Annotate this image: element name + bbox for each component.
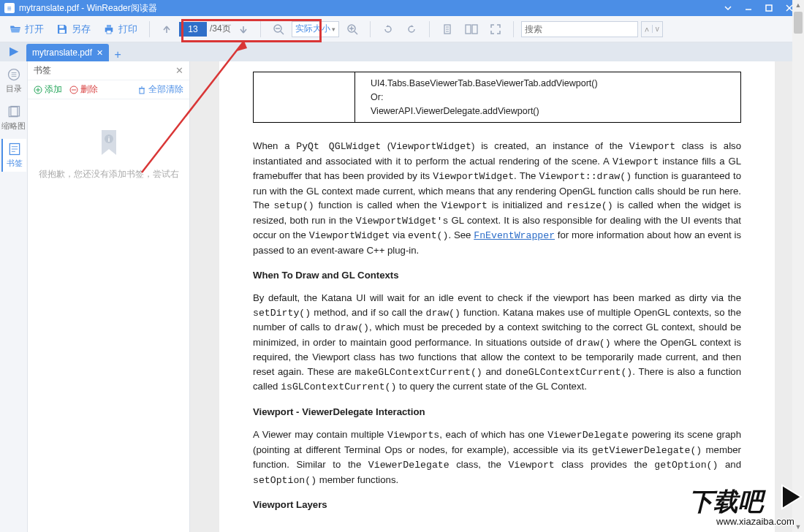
bookmark-clear-all-button[interactable]: 全部清除 — [137, 83, 183, 96]
page-total: /34页 — [210, 23, 231, 35]
app-icon: ≡ — [4, 3, 15, 13]
paragraph: When a PyQt QGLWidget (ViewportWidget) i… — [253, 139, 741, 257]
rotate-right-icon — [406, 23, 417, 35]
document-tab[interactable]: mytranslate.pdf ✕ — [26, 44, 109, 61]
panel-actions: 添加 删除 全部清除 — [28, 80, 189, 99]
svg-rect-5 — [59, 29, 65, 33]
bookmark-delete-button[interactable]: 删除 — [69, 83, 98, 96]
bookmark-icon — [7, 142, 22, 156]
svg-rect-20 — [466, 25, 471, 34]
window-scrollbar[interactable]: ▲ ▼ — [792, 0, 804, 532]
svg-rect-7 — [107, 25, 111, 28]
tab-close-button[interactable]: ✕ — [96, 48, 103, 58]
page-nav: /34页 — [157, 22, 253, 37]
print-button[interactable]: 打印 — [98, 20, 142, 38]
scroll-up-button[interactable]: ▲ — [792, 0, 804, 10]
document-viewport[interactable]: UI4.Tabs.BaseViewerTab.BaseViewerTab.add… — [190, 61, 804, 532]
svg-rect-30 — [9, 107, 18, 116]
tab-label: mytranslate.pdf — [32, 48, 92, 58]
pdf-page: UI4.Tabs.BaseViewerTab.BaseViewerTab.add… — [219, 61, 775, 532]
svg-rect-1 — [766, 5, 772, 11]
panel-empty-state: i 很抱歉，您还没有添加书签，尝试右 — [28, 99, 189, 532]
svg-text:i: i — [107, 136, 110, 143]
svg-rect-4 — [59, 25, 64, 28]
rotate-left-icon — [382, 23, 394, 35]
bookmark-label: 书签 — [7, 158, 23, 169]
thumbnails-icon — [7, 104, 21, 119]
heading: Viewport - ViewerDelegate Interaction — [253, 405, 741, 419]
zoom-in-button[interactable] — [342, 21, 363, 37]
next-page-button[interactable] — [234, 22, 253, 37]
zoom-out-icon — [273, 23, 284, 35]
save-as-button[interactable]: 另存 — [51, 20, 95, 38]
two-page-button[interactable] — [460, 21, 482, 37]
dropdown-button[interactable] — [718, 0, 738, 16]
search-prev-button[interactable]: ʌ — [642, 25, 653, 33]
svg-rect-8 — [107, 30, 111, 34]
add-tab-button[interactable]: + — [109, 48, 126, 61]
sidebar-item-bookmarks[interactable]: 书签 — [1, 139, 26, 172]
search-next-button[interactable]: v — [653, 25, 662, 33]
code-line: ViewerAPI.ViewerDelegate.addViewport() — [371, 104, 733, 118]
arrow-down-icon — [238, 24, 249, 34]
maximize-button[interactable] — [759, 0, 779, 16]
single-page-button[interactable] — [437, 21, 458, 37]
sidebar-toggle-button[interactable]: ▶ — [7, 44, 20, 57]
divider — [513, 21, 514, 37]
svg-rect-31 — [10, 107, 19, 116]
minus-circle-icon — [69, 86, 78, 94]
sidebar-item-toc[interactable]: 目录 — [1, 64, 26, 97]
svg-rect-21 — [472, 25, 477, 34]
zoom-out-button[interactable] — [268, 21, 289, 37]
rotate-right-button[interactable] — [401, 21, 422, 37]
thumb-label: 缩略图 — [1, 121, 26, 132]
trash-icon — [137, 86, 146, 94]
saveas-label: 另存 — [72, 23, 91, 36]
zoom-select[interactable]: 实际大小▾ — [292, 21, 339, 37]
print-label: 打印 — [118, 23, 137, 36]
main-area: ▶ 目录 缩略图 书签 书签 ✕ 添加 删除 — [0, 61, 804, 532]
empty-message: 很抱歉，您还没有添加书签，尝试右 — [31, 168, 186, 180]
code-line: UI4.Tabs.BaseViewerTab.BaseViewerTab.add… — [371, 77, 733, 91]
divider — [149, 21, 150, 37]
single-page-icon — [441, 23, 453, 35]
bookmark-ghost-icon: i — [98, 129, 120, 158]
fullscreen-icon — [490, 23, 501, 35]
open-button[interactable]: 打开 — [4, 20, 48, 38]
divider — [370, 21, 371, 37]
panel-header: 书签 ✕ — [28, 61, 189, 80]
sidebar-iconbar: ▶ 目录 缩略图 书签 — [0, 61, 28, 532]
paragraph: A Viewer may contain multiple Viewports,… — [253, 428, 741, 487]
bookmarks-panel: 书签 ✕ 添加 删除 全部清除 i 很抱歉，您还没有添加书签，尝试右 — [28, 61, 190, 532]
divider — [429, 21, 430, 37]
toc-label: 目录 — [6, 83, 22, 94]
link-fneventwrapper[interactable]: FnEventWrapper — [474, 229, 555, 240]
heading: Viewport Layers — [253, 498, 741, 512]
print-icon — [102, 23, 115, 36]
delete-label: 删除 — [80, 83, 98, 96]
page-input[interactable] — [179, 22, 207, 37]
open-label: 打开 — [25, 23, 44, 36]
scroll-thumb[interactable] — [794, 12, 803, 34]
bookmark-add-button[interactable]: 添加 — [34, 83, 62, 96]
fullscreen-button[interactable] — [485, 21, 506, 37]
two-page-icon — [465, 23, 478, 35]
window-title: mytranslate.pdf - WinReader阅读器 — [19, 2, 157, 15]
arrow-up-icon — [162, 24, 172, 34]
document-tabbar: mytranslate.pdf ✕ + — [0, 42, 804, 61]
svg-line-11 — [281, 31, 284, 34]
heading: When To Draw and GL Contexts — [253, 268, 741, 283]
code-block: UI4.Tabs.BaseViewerTab.BaseViewerTab.add… — [253, 72, 741, 123]
scroll-down-button[interactable]: ▼ — [792, 522, 804, 532]
minimize-button[interactable] — [738, 0, 759, 16]
plus-circle-icon — [34, 86, 42, 94]
clear-label: 全部清除 — [148, 83, 183, 96]
code-line: Or: — [371, 91, 733, 104]
zoom-label: 实际大小 — [295, 23, 330, 35]
sidebar-item-thumbnails[interactable]: 缩略图 — [1, 102, 26, 134]
rotate-left-button[interactable] — [378, 21, 398, 37]
panel-close-button[interactable]: ✕ — [175, 65, 183, 76]
prev-page-button[interactable] — [157, 22, 176, 37]
search-box[interactable] — [521, 21, 638, 37]
search-input[interactable] — [525, 24, 634, 34]
